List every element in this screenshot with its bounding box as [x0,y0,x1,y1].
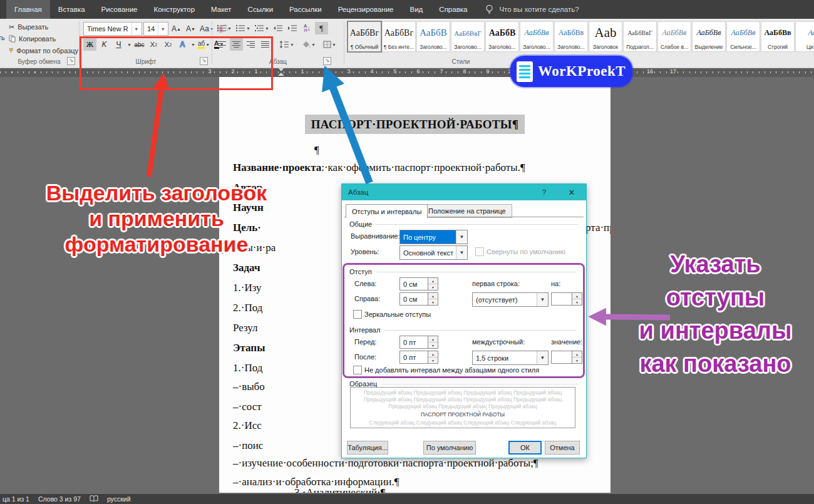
dialog-close-button[interactable]: ✕ [562,184,581,200]
spinner-arrows[interactable]: ▲▼ [572,351,582,364]
document-heading[interactable]: ПАСПОРТ·ПРОЕКТНОЙ·РАБОТЫ¶ [219,118,610,131]
dialog-help-button[interactable]: ? [535,184,554,200]
numbered-list-button[interactable]: ▼ [234,22,252,34]
font-dialog-launcher[interactable]: ↘ [200,57,208,65]
at-spinner[interactable]: ▲▼ [551,351,582,364]
spacing-after-spinner[interactable]: 0 пт ▲▼ [399,351,438,364]
paragraph-dialog[interactable]: Абзац ? ✕ Отступы и интервалы Положение … [341,183,587,458]
style-card[interactable]: АаБбВв Заголово... [520,21,554,52]
increase-indent-button[interactable] [286,22,299,34]
document-line[interactable]: 1.·Под [233,362,262,374]
change-case-button[interactable]: Аа▼ [198,23,215,35]
spacing-before-spinner[interactable]: 0 пт ▲▼ [399,336,438,349]
ruler[interactable]: 3211234567891011121314151617 [0,68,814,77]
style-card[interactable]: АаБбВвГ Подзагол... [623,21,657,52]
style-card[interactable]: АаБбВв Строгий [761,21,795,52]
document-line[interactable]: Научн [233,202,264,214]
paste-button-fragment[interactable]: ть [0,34,5,41]
style-card[interactable]: АаБбВг ¶ Обычный [348,21,381,52]
document-line[interactable]: работы·и·ра [220,242,276,254]
ribbon-tab[interactable]: Конструктор [145,0,203,19]
align-left-button[interactable] [215,38,229,51]
outline-level-combo[interactable]: Основной текст ▼ [399,245,468,260]
document-line[interactable]: Название·проекта:·как·оформить·паспорт·п… [233,162,525,174]
by-spinner[interactable]: ▲▼ [551,292,582,306]
borders-button[interactable]: ▼ [322,38,337,51]
document-line[interactable]: –·выбо [233,381,265,393]
align-right-button[interactable] [244,38,257,51]
tab-indents-spacing[interactable]: Отступы и интервалы [346,204,428,219]
ribbon-tab[interactable]: Главная [6,0,50,19]
style-card[interactable]: АаБбВ Заголово... [416,21,450,52]
ribbon-tab[interactable]: Справка [431,0,475,19]
page-indicator[interactable]: ца 1 из 1 [3,495,29,503]
document-line[interactable]: Цель· [233,222,261,234]
ribbon-tab[interactable]: Макет [203,0,240,19]
text-effects-dropdown[interactable]: ▼ [191,43,195,47]
document-line[interactable]: рта·проектной· [585,222,610,234]
spinner-arrows[interactable]: ▲▼ [428,292,438,306]
shading-button[interactable]: ▼ [301,38,317,51]
bullet-list-button[interactable]: ▼ [215,22,233,34]
ribbon-tab[interactable]: Вставка [50,0,93,19]
collapsed-by-default-checkbox[interactable] [475,247,484,256]
align-center-button[interactable] [230,38,243,51]
spinner-arrows[interactable]: ▲▼ [428,351,438,364]
indent-right-spinner[interactable]: 0 см ▲▼ [399,292,438,306]
mirror-indents-checkbox[interactable] [353,310,362,319]
document-line[interactable]: 1.·Изу [233,282,262,294]
word-count[interactable]: Слово 3 из 97 [38,495,81,503]
alignment-combo[interactable]: По центру ▼ [399,230,468,244]
copy-button[interactable]: Копировать [9,33,78,44]
spinner-arrows[interactable]: ▲▼ [428,277,438,291]
cut-button[interactable]: ✂ Вырезать [9,21,78,33]
style-card[interactable]: АаБбВв Сильное... [726,21,760,52]
bold-button[interactable]: Ж [83,38,96,51]
document-line[interactable]: –·изучение·особенности·подготовки·паспор… [233,457,538,470]
ribbon-tab[interactable]: Вид [402,0,431,19]
first-line-combo[interactable]: (отсутствует) ▼ [472,292,549,307]
document-line[interactable]: Автор [233,182,262,194]
italic-button[interactable]: K [98,38,111,51]
justify-button[interactable] [259,38,272,51]
strikethrough-button[interactable]: abc [133,38,146,51]
style-card[interactable]: АаБбВг ¶ Без инте... [382,21,416,52]
document-line[interactable]: ¶ [314,144,319,157]
underline-button[interactable]: Ч [112,38,125,51]
document-line[interactable]: Задач [233,262,260,274]
superscript-button[interactable]: X2 [162,38,175,51]
spinner-arrows[interactable]: ▲▼ [428,336,438,349]
style-card[interactable]: АаБбВв Заголово... [554,21,588,52]
tell-me-box[interactable]: Что вы хотите сделать? [475,0,589,19]
indent-left-spinner[interactable]: 0 см ▲▼ [399,277,438,291]
ribbon-tab[interactable]: Рассылки [281,0,330,19]
no-space-same-style-checkbox[interactable] [353,366,362,374]
style-card[interactable]: Аа Ци... [795,21,814,52]
shrink-font-button[interactable]: А▼ [184,23,197,35]
ok-button[interactable]: ОК [508,441,542,455]
document-line[interactable]: 3.·Аналитический·¶ [294,486,385,493]
ribbon-tab[interactable]: Ссылки [240,0,282,19]
format-painter-button[interactable]: Формат по образцу [9,45,78,56]
language-indicator[interactable]: русский [107,495,131,503]
subscript-button[interactable]: X2 [147,38,160,51]
document-line[interactable]: –·сост [233,401,262,413]
hanging-indent-marker[interactable] [278,73,284,76]
spinner-arrows[interactable]: ▲▼ [572,292,582,306]
paragraph-dialog-launcher[interactable]: ↘ [323,57,331,65]
font-family-combo[interactable]: Times New R ▼ [83,22,142,36]
style-card[interactable]: АаБбВ Заголово... [485,21,519,52]
underline-dropdown[interactable]: ▼ [127,43,131,47]
line-spacing-combo[interactable]: 1,5 строки ▼ [472,351,549,365]
sort-button[interactable]: АЯ↓ [301,22,314,34]
ribbon-tab[interactable]: Рисование [93,0,146,19]
grow-font-button[interactable]: А▲ [170,23,183,35]
document-line[interactable]: Этапы [233,342,265,354]
document-line[interactable]: 2.·Исс [233,419,262,432]
style-card[interactable]: АаБбВвГ Заголово... [451,21,485,52]
tab-line-page-breaks[interactable]: Положение на странице [422,204,512,218]
document-line[interactable]: –·поис [233,440,263,452]
style-card[interactable]: АаБбВв Слабое в... [657,21,691,52]
cancel-button[interactable]: Отмена [545,441,580,455]
document-line[interactable]: 2.·Под [233,302,262,314]
